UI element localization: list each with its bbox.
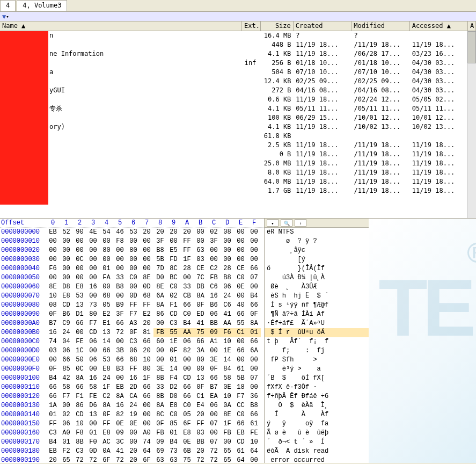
hex-row[interactable]: 00000001301A0086D68A1624008AE8C0E4060ACC… <box>0 401 264 410</box>
hex-byte[interactable]: 00 <box>100 255 113 264</box>
hex-byte[interactable]: 00 <box>140 246 153 255</box>
hex-byte[interactable]: B7 <box>207 383 221 392</box>
hex-byte[interactable]: 00 <box>140 410 153 419</box>
hex-byte[interactable]: 5B <box>234 374 247 383</box>
hex-byte[interactable]: F7 <box>234 392 247 401</box>
hex-row[interactable]: 0000000100B4428A162400161F8BF4CD1366585B… <box>0 374 264 383</box>
hex-byte[interactable]: E8 <box>167 401 180 410</box>
hex-byte[interactable]: D1 <box>73 310 86 319</box>
hex-byte[interactable]: 00 <box>153 346 167 356</box>
hex-byte[interactable]: F1 <box>73 392 86 401</box>
hex-byte[interactable]: 08 <box>221 228 234 237</box>
hex-byte[interactable]: 55 <box>167 328 180 337</box>
hex-view[interactable]: Offset 0123456789ABCDEF 0000000000EB5290… <box>0 219 264 463</box>
hex-byte[interactable]: 00 <box>46 255 60 264</box>
hex-byte[interactable]: 00 <box>247 228 261 237</box>
hex-byte[interactable]: 00 <box>247 282 261 292</box>
hex-byte[interactable]: D8 <box>60 282 73 292</box>
hex-byte[interactable]: 24 <box>127 401 140 410</box>
hex-byte[interactable]: 64 <box>140 447 153 456</box>
hex-byte[interactable]: 60 <box>153 337 167 346</box>
hex-byte[interactable]: 1F <box>140 374 153 383</box>
hex-byte[interactable]: 06 <box>207 310 221 319</box>
hex-byte[interactable]: 66 <box>234 346 247 356</box>
hex-byte[interactable]: 6F <box>140 456 153 463</box>
hex-byte[interactable]: 00 <box>60 273 73 282</box>
hex-byte[interactable]: 00 <box>207 410 221 419</box>
scrollbar-thumb[interactable] <box>467 31 476 63</box>
hex-byte[interactable]: F1 <box>167 301 180 310</box>
hex-byte[interactable]: 00 <box>207 246 221 255</box>
hex-byte[interactable]: 66 <box>113 319 127 328</box>
hex-row[interactable]: 0000000160C3A0F801E80900A0FB01E80300FBEB… <box>0 429 264 438</box>
hex-byte[interactable]: 20 <box>194 410 207 419</box>
ascii-row[interactable]: error occurred <box>265 456 369 464</box>
hex-byte[interactable]: 20 <box>153 228 167 237</box>
hex-byte[interactable]: 3F <box>207 237 221 246</box>
ascii-rows[interactable]: ëR NTFS ø ? ÿ ? ¸åÿc [ýö }(ÎÂ(Îf ú3À Ð¼ … <box>265 228 369 464</box>
hex-byte[interactable]: 58 <box>221 374 234 383</box>
ascii-row[interactable]: ÿ ÿ oÿ fa <box>265 419 369 429</box>
hex-byte[interactable]: 8A <box>194 292 207 301</box>
hex-byte[interactable]: 00 <box>73 264 86 273</box>
hex-byte[interactable]: 10 <box>46 292 60 301</box>
hex-byte[interactable]: D6 <box>86 401 100 410</box>
hex-byte[interactable]: 50 <box>73 356 86 365</box>
hex-byte[interactable]: 00 <box>73 237 86 246</box>
hex-byte[interactable]: 20 <box>127 456 140 463</box>
hex-byte[interactable]: CD <box>86 328 100 337</box>
hex-byte[interactable]: 00 <box>60 401 73 410</box>
hex-byte[interactable]: 0F <box>46 310 60 319</box>
hex-byte[interactable]: 00 <box>86 264 100 273</box>
hex-byte[interactable]: 00 <box>86 292 100 301</box>
hex-byte[interactable]: FF <box>100 419 113 429</box>
hex-byte[interactable]: 01 <box>60 438 73 447</box>
hex-byte[interactable]: 00 <box>73 246 86 255</box>
hex-byte[interactable]: 00 <box>247 246 261 255</box>
hex-byte[interactable]: 00 <box>127 438 140 447</box>
hex-byte[interactable]: FE <box>86 392 100 401</box>
hex-byte[interactable]: 13 <box>73 301 86 310</box>
hex-byte[interactable]: 20 <box>140 228 153 237</box>
col-created[interactable]: Created <box>294 21 351 31</box>
col-attr[interactable]: A <box>468 21 476 31</box>
hex-byte[interactable]: 85 <box>167 419 180 429</box>
hex-byte[interactable]: BB <box>194 438 207 447</box>
hex-byte[interactable]: 8B <box>153 374 167 383</box>
hex-byte[interactable]: 7D <box>153 264 167 273</box>
hex-byte[interactable]: 00 <box>127 264 140 273</box>
hex-byte[interactable]: EB <box>46 447 60 456</box>
hex-byte[interactable]: 00 <box>234 237 247 246</box>
hex-byte[interactable]: 65 <box>221 456 234 463</box>
hex-byte[interactable]: 00 <box>221 246 234 255</box>
hex-byte[interactable]: 0F <box>153 419 167 429</box>
hex-byte[interactable]: 00 <box>194 365 207 374</box>
col-ext[interactable]: Ext. <box>242 21 261 31</box>
hex-byte[interactable]: 0E <box>234 282 247 292</box>
hex-byte[interactable]: CD <box>234 438 247 447</box>
hex-byte[interactable]: 3A <box>194 346 207 356</box>
hex-byte[interactable]: CE <box>194 264 207 273</box>
hex-byte[interactable]: 1F <box>100 383 113 392</box>
hex-byte[interactable]: C0 <box>127 273 140 282</box>
hex-byte[interactable]: C6 <box>207 282 221 292</box>
hex-byte[interactable]: 66 <box>180 383 194 392</box>
hex-byte[interactable]: 19 <box>127 410 140 419</box>
hex-byte[interactable]: F7 <box>86 319 100 328</box>
ascii-row[interactable]: $ Í r ûUªu öÁ <box>265 328 369 337</box>
hex-byte[interactable]: 00 <box>140 237 153 246</box>
hex-byte[interactable]: 00 <box>86 346 100 356</box>
hex-byte[interactable]: 0E <box>180 438 194 447</box>
table-row[interactable]: 100 KB06/29 15.../10/01 12...10/01 12...… <box>0 113 476 122</box>
hex-byte[interactable]: 82 <box>180 346 194 356</box>
hex-byte[interactable]: BC <box>167 273 180 282</box>
hex-byte[interactable]: 00 <box>194 228 207 237</box>
hex-byte[interactable]: CC <box>234 401 247 410</box>
file-list-body[interactable]: n16.4 MB ? ?A448 B11/19 18.../11/19 18..… <box>0 31 476 218</box>
hex-byte[interactable]: 58 <box>60 383 73 392</box>
hex-byte[interactable]: 42 <box>60 374 73 383</box>
hex-byte[interactable]: CD <box>167 310 180 319</box>
col-size[interactable]: Size <box>261 21 294 31</box>
hex-byte[interactable]: 80 <box>86 310 100 319</box>
hex-byte[interactable]: 0F <box>46 365 60 374</box>
